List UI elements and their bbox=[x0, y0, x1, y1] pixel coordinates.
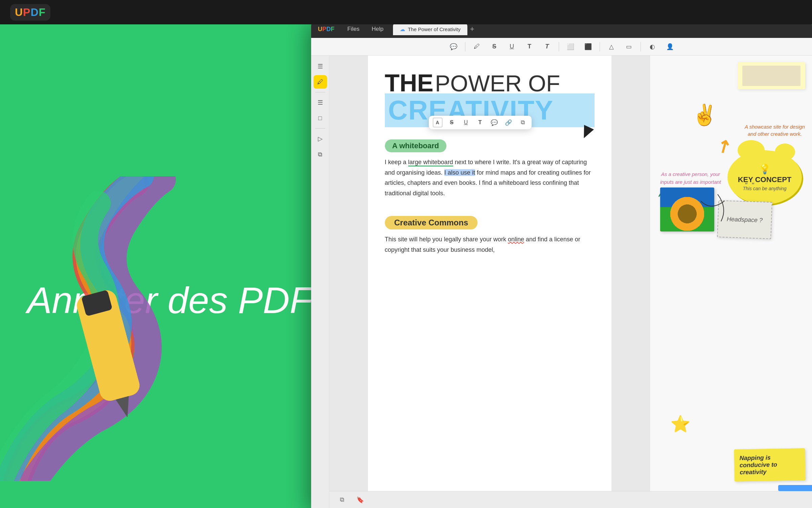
bottom-bookmark-icon[interactable]: 🔖 bbox=[354, 494, 366, 506]
sidebar-link-icon[interactable]: ⧉ bbox=[314, 148, 327, 161]
toolbar-text-icon[interactable]: T bbox=[524, 41, 536, 53]
sidebar-separator-1 bbox=[315, 92, 325, 92]
hero-title: Annoter des PDF bbox=[27, 280, 312, 321]
toolbar: 💬 🖊 S U T T ⬜ ⬛ △ ▭ ◐ 👤 bbox=[311, 38, 812, 56]
inline-tool-copy[interactable]: ⧉ bbox=[518, 118, 528, 127]
bulb-icon: 💡 bbox=[759, 163, 771, 175]
pdf-page: THE POWER OF CREATIVITY A S U T 💬 🔗 ⧉ bbox=[329, 56, 650, 508]
inline-tool-comment[interactable]: 💬 bbox=[490, 118, 499, 127]
left-sidebar: ☰ 🖊 ☰ □ ▷ ⧉ bbox=[311, 56, 329, 508]
sticky-note-top bbox=[738, 62, 805, 89]
whiteboard-section: A whiteboard I keep a large whiteboard n… bbox=[385, 134, 595, 198]
sidebar-bookmark-icon[interactable]: □ bbox=[314, 111, 327, 125]
toolbar-rect-icon[interactable]: ▭ bbox=[623, 41, 635, 53]
content-area: ☰ 🖊 ☰ □ ▷ ⧉ THE POWER OF CREATIVITY bbox=[311, 56, 812, 508]
sunflower-image bbox=[660, 187, 714, 231]
page-content: THE POWER OF CREATIVITY A S U T 💬 🔗 ⧉ bbox=[368, 56, 611, 508]
menu-files[interactable]: Files bbox=[341, 26, 366, 32]
star-icon: ⭐ bbox=[670, 415, 691, 434]
toolbar-user-icon[interactable]: 👤 bbox=[664, 41, 676, 53]
updf-logo[interactable]: UPDF bbox=[10, 4, 50, 21]
tab-title: The Power of Creativity bbox=[408, 26, 461, 32]
inline-tool-font[interactable]: A bbox=[433, 118, 442, 127]
add-tab-button[interactable]: + bbox=[470, 25, 474, 34]
green-area: Annoter des PDF bbox=[0, 24, 355, 508]
showcase-text: A showcase site for design and other cre… bbox=[744, 123, 805, 137]
logo-u: U bbox=[15, 6, 23, 18]
sidebar-separator-2 bbox=[315, 128, 325, 129]
toolbar-separator-2 bbox=[559, 42, 559, 51]
menu-help[interactable]: Help bbox=[366, 26, 390, 32]
napping-sticky: Napping is conducive to creativity bbox=[734, 448, 806, 482]
highlight-also-use: I also use it bbox=[444, 169, 475, 176]
whiteboard-underline-span: large whiteboard bbox=[408, 159, 453, 167]
key-concept-title: KEY CONCEPT bbox=[738, 175, 792, 184]
headspace-sticky: Headspace ? bbox=[717, 200, 772, 239]
inline-tool-strikethrough[interactable]: S bbox=[447, 118, 457, 127]
key-concept: 💡 KEY CONCEPT This can be anything bbox=[727, 150, 802, 204]
inline-tool-underline[interactable]: U bbox=[461, 118, 471, 127]
toolbar-textbox-icon[interactable]: T bbox=[541, 41, 553, 53]
inline-toolbar: A S U T 💬 🔗 ⧉ bbox=[429, 116, 532, 129]
cloud-icon: ☁ bbox=[400, 26, 405, 32]
toolbar-color-icon[interactable]: ◐ bbox=[646, 41, 658, 53]
key-concept-cloud: 💡 KEY CONCEPT This can be anything bbox=[727, 150, 802, 204]
toolbar-separator-3 bbox=[600, 42, 600, 51]
bottom-layers-icon[interactable]: ⧉ bbox=[336, 494, 348, 506]
key-concept-sub: This can be anything bbox=[743, 186, 786, 191]
toolbar-comment-icon[interactable]: 💬 bbox=[447, 41, 460, 53]
logo-f: F bbox=[39, 6, 46, 18]
window-logo: UPDF bbox=[318, 26, 334, 33]
sidebar-export-icon[interactable]: ▷ bbox=[314, 132, 327, 146]
inline-tool-link[interactable]: 🔗 bbox=[504, 118, 513, 127]
toolbar-underline-icon[interactable]: U bbox=[506, 41, 518, 53]
cc-section: Creative Commons This site will help you… bbox=[385, 208, 595, 255]
bottom-bar: ⧉ 🔖 bbox=[329, 491, 812, 508]
tab-area: ☁ The Power of Creativity + bbox=[393, 23, 805, 35]
napping-text: Napping is conducive to creativity bbox=[739, 454, 777, 476]
title-the: THE bbox=[385, 69, 434, 96]
logo-d: D bbox=[30, 6, 39, 18]
cc-online-link[interactable]: online bbox=[508, 236, 524, 243]
inline-tool-text[interactable]: T bbox=[475, 118, 485, 127]
sidebar-menu-icon[interactable]: ☰ bbox=[314, 60, 327, 73]
cc-text: This site will help you legally share yo… bbox=[385, 234, 595, 255]
toolbar-crop-icon[interactable]: ⬛ bbox=[582, 41, 594, 53]
toolbar-highlight-icon[interactable]: 🖊 bbox=[471, 41, 483, 53]
blue-bar-bottom bbox=[778, 485, 812, 491]
toolbar-textbox2-icon[interactable]: ⬜ bbox=[564, 41, 577, 53]
headspace-label: Headspace ? bbox=[727, 216, 763, 224]
sidebar-pages-icon[interactable]: ☰ bbox=[314, 96, 327, 109]
title-power-of: POWER OF bbox=[435, 70, 560, 96]
active-tab[interactable]: ☁ The Power of Creativity bbox=[393, 23, 467, 35]
toolbar-separator-4 bbox=[641, 42, 641, 51]
right-panel: ✌️ ↗ A showcase site for design and othe… bbox=[650, 56, 812, 508]
pdf-window: UPDF Files Help ☁ The Power of Creativit… bbox=[311, 20, 812, 508]
toolbar-shape-icon[interactable]: △ bbox=[605, 41, 618, 53]
sidebar-annotate-icon[interactable]: 🖊 bbox=[314, 75, 327, 89]
cc-label: Creative Commons bbox=[385, 216, 478, 229]
hand-emoji: ✌️ bbox=[692, 103, 717, 127]
toolbar-strikethrough-icon[interactable]: S bbox=[488, 41, 501, 53]
whiteboard-label: A whiteboard bbox=[385, 139, 447, 152]
toolbar-separator bbox=[465, 42, 465, 51]
logo-p: P bbox=[23, 6, 30, 18]
whiteboard-text: I keep a large whiteboard next to where … bbox=[385, 157, 595, 198]
sunflower-inner bbox=[660, 187, 714, 231]
top-bar: UPDF bbox=[0, 0, 812, 24]
